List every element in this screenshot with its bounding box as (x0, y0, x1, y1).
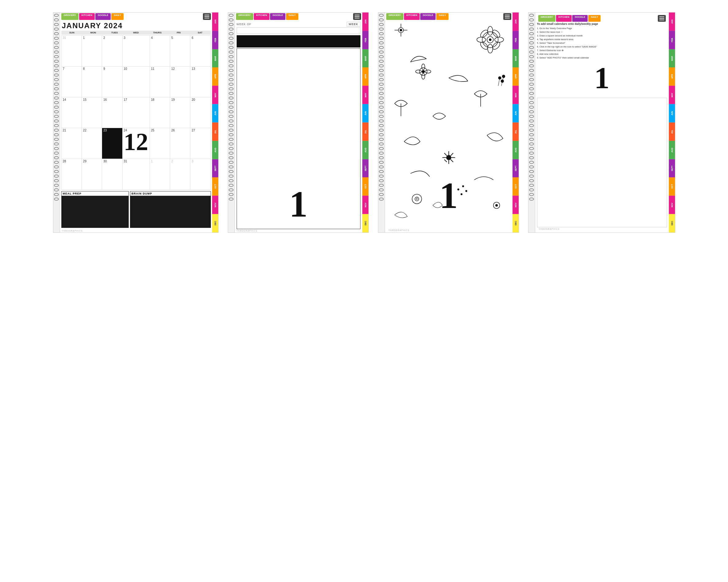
table-row[interactable]: 27 (190, 128, 211, 159)
brain-dump-box[interactable]: BRAIN DUMP (130, 191, 211, 228)
table-row[interactable]: 6 (190, 35, 211, 66)
table-row[interactable]: 3 (190, 159, 211, 190)
sidebar-item-may-4[interactable]: MAY (669, 86, 675, 104)
sidebar-item-sept-2[interactable]: SEPT (362, 159, 368, 178)
table-row[interactable]: 23 (102, 128, 122, 159)
sidebar-item-oct[interactable]: OCT (212, 177, 218, 196)
sidebar-item-jul-4[interactable]: JUL (669, 122, 675, 141)
sidebar-item-jun-3[interactable]: JUN (513, 104, 519, 122)
sidebar-item-dec-3[interactable]: DEC (513, 214, 519, 232)
table-row[interactable]: 1 (150, 159, 170, 190)
sidebar-item-apr[interactable]: APR (212, 67, 218, 86)
table-row[interactable]: 1 (82, 35, 102, 66)
sidebar-item-jun[interactable]: JUN (212, 104, 218, 122)
table-row[interactable]: 3 (123, 35, 150, 66)
tab-kitchen[interactable]: KITCHEN (79, 13, 95, 20)
table-row[interactable]: 10 (123, 66, 150, 98)
table-row[interactable]: 25 (150, 128, 170, 159)
sidebar-item-feb-2[interactable]: FEB (362, 31, 368, 49)
table-row[interactable]: 22 (82, 128, 102, 159)
tab-doodle[interactable]: DOODLE (95, 13, 111, 20)
table-row[interactable]: 7 (61, 66, 82, 98)
tab-grocery-2[interactable]: GROCERY (236, 13, 253, 20)
table-row[interactable]: 30 (102, 159, 122, 190)
sidebar-item-apr-3[interactable]: APR (513, 67, 519, 86)
sidebar-item-nov-3[interactable]: NOV (513, 196, 519, 214)
table-row[interactable]: 26 (170, 128, 190, 159)
sidebar-item-jan-2[interactable]: JAN (362, 12, 368, 31)
sidebar-item-jan-3[interactable]: JAN (513, 12, 519, 31)
table-row[interactable]: 11 (150, 66, 170, 98)
sidebar-item-mar-3[interactable]: MAR (513, 49, 519, 68)
week-input-bar[interactable] (237, 27, 361, 34)
table-row[interactable]: 31 (61, 35, 82, 66)
sidebar-item-oct-4[interactable]: OCT (669, 177, 675, 196)
sidebar-item-jan-4[interactable]: JAN (669, 12, 675, 31)
sidebar-item-jun-4[interactable]: JUN (669, 104, 675, 122)
sidebar-item-oct-2[interactable]: OCT (362, 177, 368, 196)
hamburger-button[interactable] (203, 13, 211, 20)
sidebar-item-sept-4[interactable]: SEPT (669, 159, 675, 178)
tab-daily-2[interactable]: DAILY (286, 13, 298, 20)
tab-daily[interactable]: DAILY (111, 13, 123, 20)
sidebar-item-aug-2[interactable]: AUG (362, 141, 368, 159)
sidebar-item-apr-4[interactable]: APR (669, 67, 675, 86)
tab-grocery[interactable]: GROCERY (61, 13, 78, 20)
hamburger-button-2[interactable] (353, 13, 361, 20)
table-row[interactable]: 2412 (123, 128, 150, 159)
sidebar-item-nov[interactable]: NOV (212, 196, 218, 214)
sidebar-item-jul[interactable]: JUL (212, 122, 218, 141)
table-row[interactable]: 14 (61, 98, 82, 128)
table-row[interactable]: 18 (150, 98, 170, 128)
sidebar-item-mar-4[interactable]: MAR (669, 49, 675, 68)
table-row[interactable]: 8 (82, 66, 102, 98)
sidebar-item-aug-4[interactable]: AUG (669, 141, 675, 159)
sidebar-item-sept[interactable]: SEPT (212, 159, 218, 178)
sidebar-item-apr-2[interactable]: APR (362, 67, 368, 86)
meal-prep-box[interactable]: MEAL PREP (61, 191, 129, 228)
table-row[interactable]: 17 (123, 98, 150, 128)
table-row[interactable]: 20 (190, 98, 211, 128)
table-row[interactable]: 21 (61, 128, 82, 159)
tab-daily-3[interactable]: DAILY (436, 13, 448, 20)
table-row[interactable]: 29 (82, 159, 102, 190)
table-row[interactable]: 12 (170, 66, 190, 98)
sidebar-item-may-3[interactable]: MAY (513, 86, 519, 104)
table-row[interactable]: 15 (82, 98, 102, 128)
tab-doodle-2[interactable]: DOODLE (270, 13, 285, 20)
sidebar-item-nov-4[interactable]: NOV (669, 196, 675, 214)
sidebar-item-sept-3[interactable]: SEPT (513, 159, 519, 178)
sidebar-item-aug-3[interactable]: AUG (513, 141, 519, 159)
sidebar-item-jun-2[interactable]: JUN (362, 104, 368, 122)
tab-doodle-3[interactable]: DOODLE (420, 13, 436, 20)
sidebar-item-dec[interactable]: DEC (212, 214, 218, 232)
sidebar-item-jan[interactable]: JAN (212, 12, 218, 31)
table-row[interactable]: 9 (102, 66, 122, 98)
tab-kitchen-2[interactable]: KITCHEN (254, 13, 270, 20)
table-row[interactable]: 19 (170, 98, 190, 128)
tab-grocery-4[interactable]: GROCERY (538, 15, 555, 22)
sidebar-item-may-2[interactable]: MAY (362, 86, 368, 104)
sidebar-item-oct-3[interactable]: OCT (513, 177, 519, 196)
hamburger-button-4[interactable] (658, 15, 666, 22)
hamburger-button-3[interactable] (503, 13, 511, 20)
sidebar-item-may[interactable]: MAY (212, 86, 218, 104)
table-row[interactable]: 4 (150, 35, 170, 66)
table-row[interactable]: 16 (102, 98, 122, 128)
table-row[interactable]: 31 (123, 159, 150, 190)
week-content-area[interactable]: 1 (237, 48, 361, 229)
bottom-note-area[interactable] (537, 98, 667, 227)
sidebar-item-feb-4[interactable]: FEB (669, 31, 675, 49)
tab-daily-4[interactable]: DAILY (588, 15, 600, 22)
sidebar-item-aug[interactable]: AUG (212, 141, 218, 159)
sidebar-item-mar-2[interactable]: MAR (362, 49, 368, 68)
tab-doodle-4[interactable]: DOODLE (572, 15, 588, 22)
sidebar-item-feb-3[interactable]: FEB (513, 31, 519, 49)
table-row[interactable]: 2 (102, 35, 122, 66)
tab-kitchen-3[interactable]: KITCHEN (404, 13, 420, 20)
sidebar-item-feb[interactable]: FEB (212, 31, 218, 49)
sidebar-item-jul-3[interactable]: JUL (513, 122, 519, 141)
sidebar-item-nov-2[interactable]: NOV (362, 196, 368, 214)
tab-kitchen-4[interactable]: KITCHEN (556, 15, 572, 22)
table-row[interactable]: 13 (190, 66, 211, 98)
